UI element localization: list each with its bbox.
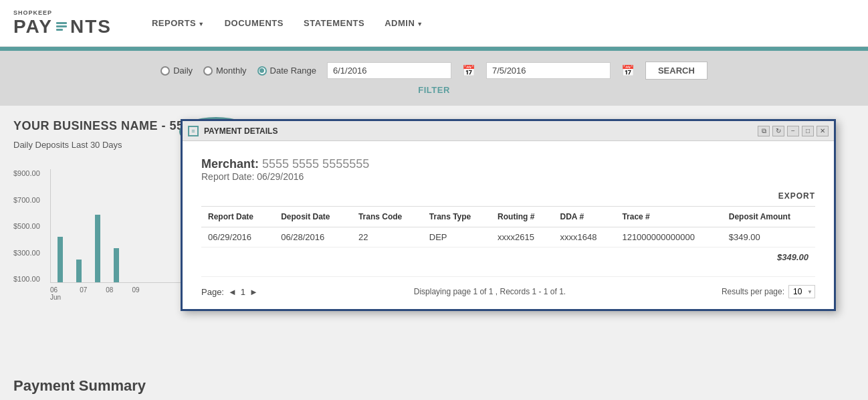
export-row: EXPORT — [201, 191, 815, 201]
header: SHOPKEEP PAY NTS REPORTS DOCUMENTS STATE… — [0, 0, 868, 47]
radio-daily[interactable]: Daily — [160, 66, 193, 76]
modal-overlay: ≡ PAYMENT DETAILS ⧉ ↻ − □ ✕ Merchant: 55… — [0, 106, 868, 400]
pagination-row: Page: ◄ 1 ► Displaying page 1 of 1 , Rec… — [201, 276, 815, 298]
displaying-text: Displaying page 1 of 1 , Records 1 - 1 o… — [414, 287, 566, 296]
payments-icon — [54, 19, 69, 33]
prev-page-button[interactable]: ◄ — [228, 287, 237, 297]
merchant-line: Merchant: 5555 5555 5555555 — [201, 157, 815, 171]
report-date-value: 06/29/2016 — [257, 171, 304, 182]
cell-trans-type: DEP — [423, 227, 491, 247]
restore-button[interactable]: ⧉ — [758, 126, 770, 136]
modal-title-text: PAYMENT DETAILS — [204, 126, 758, 136]
logo-area: SHOPKEEP PAY NTS — [13, 9, 112, 37]
radio-daily-label: Daily — [173, 66, 193, 76]
filter-link[interactable]: FILTER — [418, 85, 450, 95]
col-trace: Trace # — [615, 207, 722, 227]
results-per-page-select[interactable]: 10 25 50 — [788, 285, 815, 298]
nav-documents[interactable]: DOCUMENTS — [225, 18, 284, 28]
total-amount: $349.00 — [722, 247, 815, 268]
svg-rect-0 — [56, 22, 67, 24]
search-row: Daily Monthly Date Range 📅 📅 SEARCH — [160, 62, 708, 80]
merchant-label: Merchant: — [201, 157, 259, 171]
cell-dda: xxxx1648 — [554, 227, 616, 247]
to-date-input[interactable] — [486, 62, 611, 79]
col-trans-type: Trans Type — [423, 207, 491, 227]
cell-trans-code: 22 — [352, 227, 423, 247]
radio-daily-circle[interactable] — [160, 66, 170, 76]
next-page-button[interactable]: ► — [249, 287, 258, 297]
radio-daterange[interactable]: Date Range — [257, 66, 316, 76]
col-dda: DDA # — [554, 207, 616, 227]
maximize-button[interactable]: □ — [802, 126, 814, 136]
cell-trace: 121000000000000 — [615, 227, 722, 247]
results-per-page: Results per page: 10 25 50 — [722, 285, 815, 298]
merchant-value: 5555 5555 5555555 — [262, 157, 369, 171]
page-number: 1 — [241, 287, 245, 297]
report-date-line: Report Date: 06/29/2016 — [201, 171, 815, 182]
payment-table: Report Date Deposit Date Trans Code Tran… — [201, 206, 815, 267]
results-per-page-label: Results per page: — [722, 287, 784, 296]
table-container: Report Date Deposit Date Trans Code Tran… — [201, 206, 815, 267]
svg-rect-2 — [56, 29, 63, 31]
modal-controls: ⧉ ↻ − □ ✕ — [758, 126, 829, 136]
from-date-input[interactable] — [327, 62, 451, 79]
col-routing: Routing # — [491, 207, 553, 227]
nav-statements[interactable]: STATEMENTS — [304, 18, 364, 28]
export-button[interactable]: EXPORT — [778, 191, 815, 201]
col-deposit-date: Deposit Date — [274, 207, 352, 227]
col-trans-code: Trans Code — [352, 207, 423, 227]
radio-monthly-label: Monthly — [216, 66, 247, 76]
merchant-info: Merchant: 5555 5555 5555555 Report Date:… — [201, 157, 815, 182]
results-per-page-wrapper: 10 25 50 — [788, 285, 815, 298]
minimize-button[interactable]: − — [787, 126, 799, 136]
search-button[interactable]: SEARCH — [645, 62, 708, 80]
col-deposit-amount: Deposit Amount — [722, 207, 815, 227]
modal-body: Merchant: 5555 5555 5555555 Report Date:… — [183, 141, 834, 309]
close-button[interactable]: ✕ — [817, 126, 829, 136]
page-nav: Page: ◄ 1 ► — [201, 287, 258, 297]
col-report-date: Report Date — [201, 207, 274, 227]
refresh-button[interactable]: ↻ — [772, 126, 784, 136]
report-date-label: Report Date: — [201, 171, 254, 182]
radio-group: Daily Monthly Date Range — [160, 66, 316, 76]
nav: REPORTS DOCUMENTS STATEMENTS ADMIN — [152, 18, 423, 28]
page-label: Page: — [201, 287, 224, 297]
modal-window: ≡ PAYMENT DETAILS ⧉ ↻ − □ ✕ Merchant: 55… — [181, 119, 836, 311]
radio-monthly[interactable]: Monthly — [203, 66, 247, 76]
from-date-calendar-icon[interactable]: 📅 — [462, 64, 475, 77]
cell-routing: xxxx2615 — [491, 227, 553, 247]
nav-reports[interactable]: REPORTS — [152, 18, 205, 28]
table-row: 06/29/2016 06/28/2016 22 DEP xxxx2615 xx… — [201, 227, 815, 247]
cell-deposit-amount: $349.00 — [722, 227, 815, 247]
radio-daterange-label: Date Range — [270, 66, 316, 76]
cell-deposit-date: 06/28/2016 — [274, 227, 352, 247]
payments-label: PAY NTS — [13, 16, 112, 37]
cell-report-date: 06/29/2016 — [201, 227, 274, 247]
modal-title-icon: ≡ — [188, 126, 199, 136]
total-spacer — [201, 247, 722, 268]
search-bar: Daily Monthly Date Range 📅 📅 SEARCH FILT… — [0, 51, 868, 106]
modal-titlebar: ≡ PAYMENT DETAILS ⧉ ↻ − □ ✕ — [183, 121, 834, 141]
total-row: $349.00 — [201, 247, 815, 268]
content-area: YOUR BUSINESS NAME - 5555 5555 5555555 D… — [0, 106, 868, 400]
to-date-calendar-icon[interactable]: 📅 — [621, 64, 635, 77]
svg-rect-1 — [56, 25, 67, 27]
shopkeep-label: SHOPKEEP — [13, 9, 112, 16]
nav-admin[interactable]: ADMIN — [385, 18, 423, 28]
radio-daterange-circle[interactable] — [257, 66, 267, 76]
radio-monthly-circle[interactable] — [203, 66, 213, 76]
